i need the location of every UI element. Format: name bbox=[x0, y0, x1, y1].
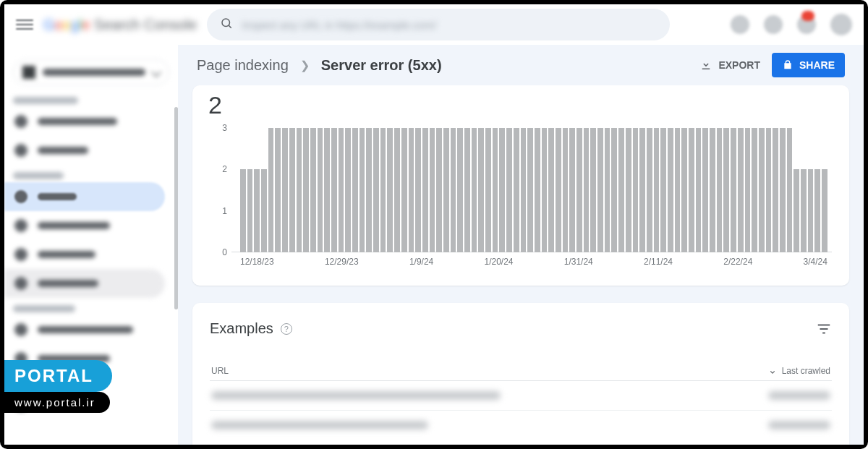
filter-icon[interactable] bbox=[816, 321, 832, 337]
sidebar-item[interactable] bbox=[4, 107, 165, 136]
sidebar-item[interactable] bbox=[4, 240, 165, 269]
people-icon[interactable] bbox=[764, 15, 783, 34]
svg-line-1 bbox=[229, 25, 231, 27]
chart-bar bbox=[297, 128, 302, 252]
export-button[interactable]: EXPORT bbox=[699, 59, 760, 72]
url-inspect-search[interactable]: Inspect any URL in https://example.com/ bbox=[207, 9, 670, 40]
chart-bar bbox=[597, 128, 603, 252]
search-placeholder: Inspect any URL in https://example.com/ bbox=[242, 19, 436, 31]
chart-bar bbox=[556, 128, 561, 252]
chart-bar bbox=[668, 128, 673, 252]
sidebar-item[interactable] bbox=[4, 136, 165, 165]
chart-bar bbox=[710, 128, 715, 252]
chart-bar bbox=[506, 128, 512, 252]
chart-bar bbox=[485, 128, 491, 252]
lock-icon bbox=[782, 59, 793, 71]
share-button[interactable]: SHARE bbox=[772, 53, 845, 77]
chart-bar bbox=[584, 128, 590, 252]
chart-card: 2 0123 12/18/2312/29/231/9/241/20/241/31… bbox=[192, 85, 849, 286]
chart-bar bbox=[766, 128, 772, 252]
chart-bar bbox=[373, 128, 379, 252]
sidebar-item-pages[interactable] bbox=[4, 182, 165, 211]
sidebar-item[interactable] bbox=[4, 211, 165, 240]
chart: 0123 12/18/2312/29/231/9/241/20/241/31/2… bbox=[210, 128, 832, 273]
chart-bar bbox=[261, 169, 267, 252]
chart-bar bbox=[499, 128, 505, 252]
chart-bar bbox=[639, 128, 645, 252]
sidebar-section bbox=[13, 97, 78, 104]
chart-bar bbox=[366, 128, 372, 252]
col-url[interactable]: URL bbox=[211, 366, 767, 376]
chart-bar bbox=[548, 128, 554, 252]
chart-bar bbox=[752, 128, 757, 252]
chart-bar bbox=[822, 169, 827, 252]
chart-bar bbox=[569, 128, 575, 252]
chart-bar bbox=[409, 128, 414, 252]
sidebar-item[interactable] bbox=[4, 315, 165, 344]
chart-bar bbox=[339, 128, 344, 252]
chart-bar bbox=[808, 169, 814, 252]
chart-bar bbox=[745, 128, 751, 252]
chart-bar bbox=[738, 128, 744, 252]
sidebar-item[interactable] bbox=[4, 269, 165, 298]
x-tick: 3/4/24 bbox=[804, 257, 827, 273]
help-icon[interactable]: ? bbox=[281, 323, 292, 335]
chart-bar bbox=[681, 128, 687, 252]
chart-bar bbox=[240, 169, 246, 252]
chart-bar bbox=[331, 128, 337, 252]
chart-bar bbox=[780, 128, 786, 252]
chart-bar bbox=[793, 169, 799, 252]
property-selector[interactable] bbox=[13, 59, 169, 85]
x-tick: 2/22/24 bbox=[723, 257, 752, 273]
search-icon bbox=[220, 17, 233, 33]
breadcrumb-parent[interactable]: Page indexing bbox=[197, 57, 289, 74]
menu-icon[interactable] bbox=[16, 16, 33, 33]
help-icon[interactable] bbox=[731, 15, 749, 34]
chart-bar bbox=[773, 128, 778, 252]
chart-bar bbox=[324, 128, 330, 252]
watermark: PORTAL www.portal.ir bbox=[4, 360, 112, 413]
notifications-icon[interactable] bbox=[797, 15, 816, 34]
table-row[interactable] bbox=[210, 381, 832, 411]
sidebar-section bbox=[13, 172, 64, 179]
chart-bar bbox=[387, 128, 393, 252]
chart-bar bbox=[723, 128, 729, 252]
chart-bar bbox=[275, 128, 281, 252]
download-icon bbox=[699, 59, 712, 72]
chart-bar bbox=[359, 128, 365, 252]
chart-bar bbox=[542, 128, 548, 252]
chart-bar bbox=[787, 128, 793, 252]
chart-bar bbox=[611, 128, 617, 252]
chart-bar bbox=[493, 128, 498, 252]
chart-bar bbox=[422, 128, 428, 252]
x-tick: 1/9/24 bbox=[409, 257, 433, 273]
chart-bar bbox=[717, 128, 723, 252]
chart-bar bbox=[394, 128, 400, 252]
x-tick: 1/20/24 bbox=[484, 257, 513, 273]
chart-bar bbox=[247, 169, 253, 252]
chart-bar bbox=[814, 169, 820, 252]
col-last-crawled[interactable]: Last crawled bbox=[767, 366, 830, 376]
chart-bar bbox=[647, 128, 652, 252]
metric-value: 2 bbox=[192, 85, 849, 124]
chart-bar bbox=[464, 128, 470, 252]
chart-bar bbox=[731, 128, 736, 252]
chart-bar bbox=[380, 128, 386, 252]
chart-bar bbox=[527, 128, 533, 252]
chart-bar bbox=[318, 128, 323, 252]
app-topbar: Google Google Search Console Search Cons… bbox=[4, 4, 864, 45]
chart-bar bbox=[268, 128, 274, 252]
examples-title: Examples bbox=[210, 320, 273, 337]
chart-bar bbox=[457, 128, 463, 252]
chart-bar bbox=[514, 128, 519, 252]
chart-bar bbox=[310, 128, 316, 252]
chart-bar bbox=[689, 128, 694, 252]
x-tick: 1/31/24 bbox=[564, 257, 593, 273]
chart-bar bbox=[702, 128, 708, 252]
examples-card: Examples ? URL Last crawled bbox=[192, 303, 849, 445]
chevron-right-icon: ❯ bbox=[300, 59, 310, 72]
apps-icon[interactable] bbox=[830, 14, 852, 35]
table-row[interactable] bbox=[210, 411, 832, 440]
chart-bar bbox=[605, 128, 610, 252]
x-tick: 12/18/23 bbox=[240, 257, 274, 273]
